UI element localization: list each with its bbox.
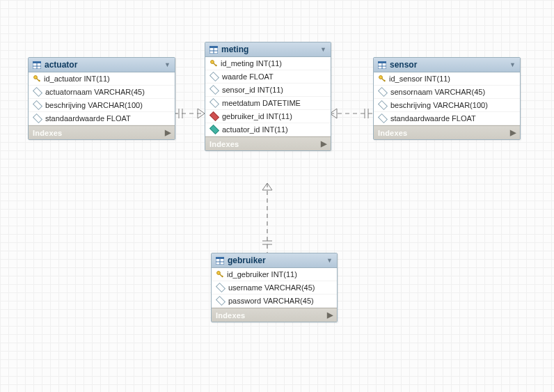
table-actuator[interactable]: actuator ▼ id_actuator INT(11) actuatorn… [28, 57, 175, 140]
svg-line-13 [262, 183, 267, 190]
table-icon [33, 61, 41, 69]
table-sensor[interactable]: sensor ▼ id_sensor INT(11) sensornaam VA… [373, 57, 521, 140]
column-nullable-icon [33, 87, 42, 97]
primary-key-icon [210, 60, 217, 67]
column-row[interactable]: gebruiker_id INT(11) [205, 110, 331, 123]
column-row[interactable]: standaardwaarde FLOAT [374, 112, 520, 125]
column-def: actuatornaam VARCHAR(45) [45, 88, 145, 96]
erd-canvas[interactable]: actuator ▼ id_actuator INT(11) actuatorn… [0, 0, 554, 392]
column-row[interactable]: sensor_id INT(11) [205, 84, 331, 97]
table-name: sensor [390, 60, 506, 70]
column-nullable-icon [378, 100, 388, 110]
indexes-section[interactable]: Indexes ▶ [205, 136, 331, 150]
collapse-arrow-icon[interactable]: ▼ [164, 61, 171, 68]
indexes-section[interactable]: Indexes ▶ [29, 125, 175, 139]
indexes-section[interactable]: Indexes ▶ [374, 125, 520, 139]
column-def: sensornaam VARCHAR(45) [390, 88, 485, 96]
primary-key-icon [33, 75, 40, 82]
column-row[interactable]: id_sensor INT(11) [374, 72, 520, 86]
table-meting[interactable]: meting ▼ id_meting INT(11) waarde FLOAT … [205, 42, 331, 151]
column-nullable-icon [378, 113, 388, 123]
column-def: gebruiker_id INT(11) [222, 112, 292, 120]
column-row[interactable]: meetdatum DATETIME [205, 97, 331, 110]
indexes-section[interactable]: Indexes ▶ [212, 308, 337, 322]
expand-arrow-icon[interactable]: ▶ [321, 139, 326, 148]
column-row[interactable]: actuatornaam VARCHAR(45) [29, 86, 175, 99]
column-def: actuator_id INT(11) [222, 125, 288, 134]
column-def: meetdatum DATETIME [222, 99, 301, 107]
table-icon [378, 61, 386, 69]
expand-arrow-icon[interactable]: ▶ [327, 311, 333, 320]
column-fk-icon [209, 125, 219, 134]
svg-rect-40 [216, 257, 224, 259]
collapse-arrow-icon[interactable]: ▼ [326, 257, 333, 264]
table-icon [216, 257, 224, 265]
column-row[interactable]: id_meting INT(11) [205, 57, 331, 70]
column-def: standaardwaarde FLOAT [390, 114, 476, 123]
svg-rect-26 [209, 46, 218, 48]
column-nullable-icon [209, 98, 219, 108]
column-nullable-icon [209, 85, 219, 95]
primary-key-icon [379, 75, 386, 82]
svg-line-2 [198, 113, 205, 118]
column-def: id_gebruiker INT(11) [227, 270, 297, 279]
column-row[interactable]: standaardwaarde FLOAT [29, 112, 175, 125]
column-def: standaardwaarde FLOAT [45, 114, 131, 123]
column-row[interactable]: username VARCHAR(45) [212, 281, 337, 295]
table-name: gebruiker [228, 256, 323, 265]
column-row[interactable]: id_actuator INT(11) [29, 72, 175, 86]
column-def: username VARCHAR(45) [228, 283, 315, 292]
column-def: sensor_id INT(11) [222, 86, 283, 94]
indexes-label: Indexes [216, 311, 245, 320]
column-row[interactable]: waarde FLOAT [205, 70, 331, 84]
column-nullable-icon [209, 72, 219, 81]
column-nullable-icon [378, 87, 388, 97]
column-row[interactable]: password VARCHAR(45) [212, 295, 337, 308]
table-header[interactable]: sensor ▼ [374, 58, 520, 72]
column-nullable-icon [33, 113, 42, 123]
column-def: id_meting INT(11) [221, 59, 282, 68]
indexes-label: Indexes [33, 129, 62, 137]
column-nullable-icon [33, 100, 42, 110]
collapse-arrow-icon[interactable]: ▼ [320, 46, 326, 53]
column-row[interactable]: beschrijving VARCHAR(100) [29, 99, 175, 112]
table-name: meting [221, 45, 317, 54]
table-name: actuator [45, 60, 161, 70]
indexes-label: Indexes [209, 140, 239, 148]
svg-rect-19 [33, 61, 41, 63]
table-gebruiker[interactable]: gebruiker ▼ id_gebruiker INT(11) usernam… [211, 253, 338, 322]
primary-key-icon [216, 271, 223, 278]
table-header[interactable]: actuator ▼ [29, 58, 175, 72]
table-icon [209, 46, 218, 54]
svg-rect-33 [378, 61, 386, 63]
column-def: beschrijving VARCHAR(100) [390, 101, 488, 109]
column-def: id_actuator INT(11) [44, 75, 110, 83]
indexes-label: Indexes [378, 129, 407, 137]
table-header[interactable]: gebruiker ▼ [212, 253, 337, 268]
svg-line-14 [267, 183, 272, 190]
column-row[interactable]: id_gebruiker INT(11) [212, 268, 337, 281]
column-def: waarde FLOAT [222, 72, 274, 81]
collapse-arrow-icon[interactable]: ▼ [509, 61, 516, 68]
column-row[interactable]: actuator_id INT(11) [205, 123, 331, 136]
column-fk-notnull-icon [209, 111, 219, 121]
column-row[interactable]: sensornaam VARCHAR(45) [374, 86, 520, 99]
expand-arrow-icon[interactable]: ▶ [510, 128, 516, 137]
column-def: beschrijving VARCHAR(100) [45, 101, 143, 109]
column-nullable-icon [216, 296, 225, 306]
column-def: id_sensor INT(11) [389, 75, 450, 83]
table-header[interactable]: meting ▼ [205, 42, 331, 57]
column-def: password VARCHAR(45) [228, 297, 314, 305]
column-nullable-icon [216, 283, 225, 292]
column-row[interactable]: beschrijving VARCHAR(100) [374, 99, 520, 112]
expand-arrow-icon[interactable]: ▶ [165, 128, 171, 137]
svg-line-1 [198, 109, 205, 113]
